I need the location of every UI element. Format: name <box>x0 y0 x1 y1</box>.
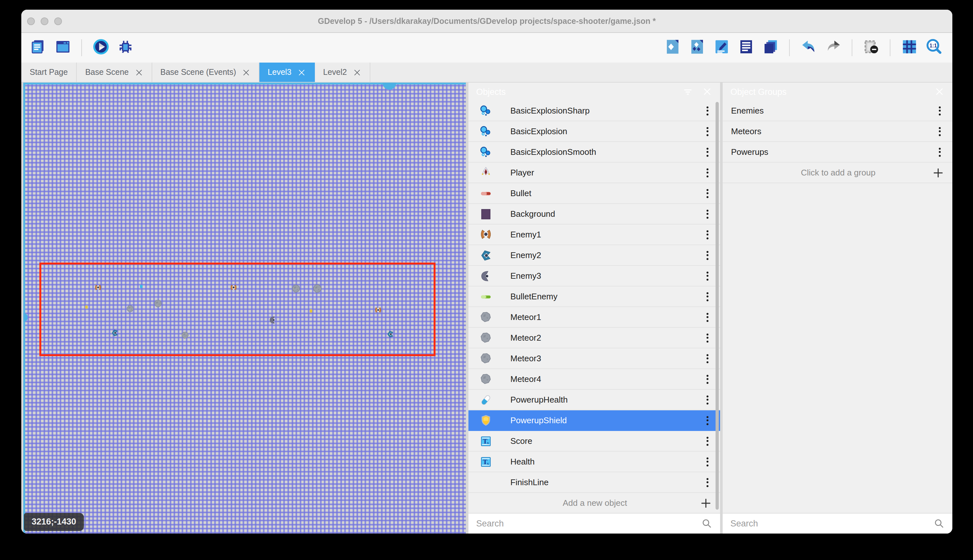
enemy1-instance[interactable] <box>230 283 237 293</box>
enemy2-instance[interactable] <box>386 329 395 339</box>
group-menu-button[interactable] <box>934 143 946 160</box>
object-menu-button[interactable] <box>701 371 714 387</box>
close-icon[interactable] <box>297 68 306 77</box>
window-mask-button[interactable] <box>861 38 881 57</box>
close-icon[interactable] <box>934 87 945 97</box>
add-object-row[interactable]: Add a new object <box>468 493 720 513</box>
object-row[interactable]: BasicExplosion <box>468 121 720 142</box>
enemy1-instance[interactable] <box>374 305 382 315</box>
undo-button[interactable] <box>799 38 818 57</box>
dot-yellow-instance[interactable] <box>310 309 312 313</box>
dot-cyan-instance[interactable] <box>140 285 143 288</box>
group-row[interactable]: Meteors <box>723 121 952 142</box>
tab-level2[interactable]: Level2 <box>315 63 370 82</box>
groups-search-input[interactable] <box>730 519 934 528</box>
close-icon[interactable] <box>353 68 361 77</box>
group-row[interactable]: Powerups <box>723 142 952 163</box>
object-name: Health <box>510 457 701 467</box>
meteor-instance[interactable] <box>180 331 191 340</box>
instances-list-button[interactable] <box>736 38 756 57</box>
object-row[interactable]: Meteor3 <box>468 348 720 369</box>
objects-list-scrollbar[interactable] <box>716 102 719 510</box>
enemy2-instance[interactable] <box>111 328 119 338</box>
object-menu-button[interactable] <box>701 309 714 325</box>
play-button[interactable] <box>91 38 110 57</box>
object-menu-button[interactable] <box>701 329 714 346</box>
close-icon[interactable] <box>702 87 712 97</box>
group-row[interactable]: Enemies <box>723 101 952 121</box>
enemy3-instance[interactable] <box>268 315 277 325</box>
object-row[interactable]: TxHealth <box>468 452 720 472</box>
object-groups-editor-button[interactable] <box>687 38 706 57</box>
object-menu-button[interactable] <box>701 391 714 408</box>
meteor-instance[interactable] <box>125 305 135 313</box>
tab-base-scene[interactable]: Base Scene <box>77 63 152 82</box>
object-row[interactable]: Background <box>468 204 720 225</box>
object-menu-button[interactable] <box>701 350 714 367</box>
meteor-instance[interactable] <box>153 298 163 309</box>
object-menu-button[interactable] <box>701 247 714 263</box>
object-menu-button[interactable] <box>701 164 714 181</box>
zoom-1-1-button[interactable]: 1:1 <box>924 38 943 57</box>
object-row[interactable]: Enemy1 <box>468 225 720 245</box>
object-menu-button[interactable] <box>701 102 714 119</box>
object-menu-button[interactable] <box>701 143 714 160</box>
object-menu-button[interactable] <box>701 123 714 140</box>
horizontal-scroll-thumb[interactable] <box>383 83 396 90</box>
dot-yellow-instance[interactable] <box>85 305 88 309</box>
objects-editor-button[interactable] <box>663 38 682 57</box>
meteor-instance[interactable] <box>312 283 323 295</box>
object-menu-button[interactable] <box>701 433 714 449</box>
object-menu-button[interactable] <box>701 412 714 429</box>
object-row[interactable]: Meteor4 <box>468 369 720 390</box>
filter-icon[interactable] <box>683 87 693 97</box>
add-group-row[interactable]: Click to add a group <box>723 163 952 183</box>
vertical-scrollbar[interactable] <box>23 83 25 533</box>
object-menu-button[interactable] <box>701 205 714 222</box>
objects-search-input[interactable] <box>476 519 701 528</box>
tab-base-scene-events-[interactable]: Base Scene (Events) <box>152 63 259 82</box>
close-icon[interactable] <box>135 68 143 77</box>
object-row[interactable]: BulletEnemy <box>468 287 720 307</box>
object-menu-button[interactable] <box>701 185 714 202</box>
object-row[interactable]: FinishLine <box>468 472 720 493</box>
horizontal-scrollbar[interactable] <box>23 83 466 84</box>
object-row[interactable]: Bullet <box>468 183 720 204</box>
group-menu-button[interactable] <box>934 102 946 119</box>
layers-editor-button[interactable] <box>761 38 780 57</box>
object-row[interactable]: PowerupHealth <box>468 390 720 410</box>
objects-panel-header: Objects <box>468 83 720 101</box>
object-menu-button[interactable] <box>701 288 714 305</box>
object-row[interactable]: BasicExplosionSmooth <box>468 142 720 163</box>
tab-level3[interactable]: Level3 <box>259 63 315 82</box>
object-row[interactable]: Enemy3 <box>468 266 720 287</box>
tab-start-page[interactable]: Start Page <box>21 63 77 82</box>
enemy1-instance[interactable] <box>94 283 102 293</box>
toolbar-divider <box>890 39 890 56</box>
close-icon[interactable] <box>242 68 250 77</box>
object-row[interactable]: BasicExplosionSharp <box>468 101 720 121</box>
scene-properties-button[interactable] <box>53 38 72 57</box>
object-menu-button[interactable] <box>701 267 714 284</box>
project-manager-button[interactable] <box>28 38 48 57</box>
scene-canvas[interactable]: 3216;-1430 <box>23 83 466 533</box>
grid-button[interactable] <box>900 38 919 57</box>
object-menu-button[interactable] <box>701 226 714 243</box>
redo-button[interactable] <box>823 38 843 57</box>
object-menu-button[interactable] <box>701 453 714 470</box>
vertical-scroll-thumb[interactable] <box>23 313 28 322</box>
object-row[interactable]: Meteor2 <box>468 328 720 348</box>
enemy2-icon <box>480 249 492 262</box>
cursor-coordinates: 3216;-1430 <box>24 513 84 531</box>
object-row[interactable]: TxScore <box>468 431 720 452</box>
object-menu-button[interactable] <box>701 474 714 491</box>
enemy1-icon <box>480 228 492 241</box>
object-row[interactable]: Player <box>468 163 720 183</box>
properties-button[interactable] <box>712 38 731 57</box>
object-row[interactable]: Enemy2 <box>468 245 720 266</box>
meteor-instance[interactable] <box>290 284 302 294</box>
debug-button[interactable] <box>115 38 135 57</box>
group-menu-button[interactable] <box>934 123 946 140</box>
object-row[interactable]: PowerupShield <box>468 410 720 431</box>
object-row[interactable]: Meteor1 <box>468 307 720 328</box>
